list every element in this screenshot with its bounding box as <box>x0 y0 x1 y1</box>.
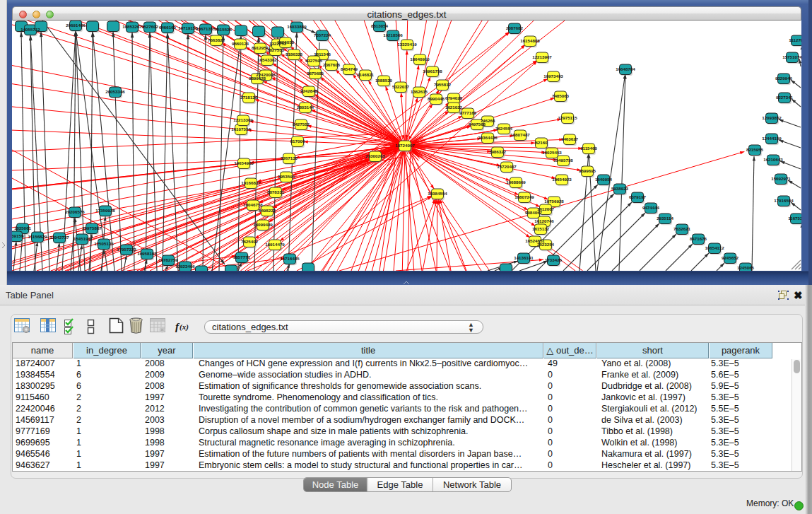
svg-text:18640910: 18640910 <box>410 57 430 62</box>
svg-text:15720407: 15720407 <box>497 164 517 169</box>
svg-text:17359928: 17359928 <box>95 208 115 213</box>
svg-text:3267130: 3267130 <box>281 156 298 160</box>
svg-text:1112704: 1112704 <box>789 37 801 42</box>
svg-text:11156829: 11156829 <box>28 234 47 239</box>
svg-text:15495758: 15495758 <box>553 158 573 163</box>
svg-text:16914479: 16914479 <box>265 242 285 247</box>
svg-text:5938923: 5938923 <box>611 186 629 191</box>
svg-text:9857771: 9857771 <box>233 255 251 259</box>
svg-text:7515526: 7515526 <box>215 27 233 32</box>
svg-text:8813054: 8813054 <box>371 23 389 28</box>
svg-text:20364436: 20364436 <box>478 135 498 140</box>
svg-text:8186328: 8186328 <box>286 52 303 57</box>
svg-text:9327505: 9327505 <box>305 58 323 63</box>
svg-text:22420046: 22420046 <box>256 72 276 77</box>
svg-text:1953594: 1953594 <box>278 174 295 179</box>
svg-text:1527602: 1527602 <box>141 24 159 29</box>
svg-text:16154808: 16154808 <box>520 38 540 43</box>
svg-text:9660124: 9660124 <box>232 41 249 46</box>
svg-text:7357224: 7357224 <box>314 33 331 37</box>
svg-text:17016504: 17016504 <box>774 198 794 203</box>
svg-text:13325419: 13325419 <box>397 42 417 47</box>
svg-text:8215955: 8215955 <box>746 147 764 152</box>
svg-text:20053346: 20053346 <box>105 89 125 94</box>
svg-text:9245652: 9245652 <box>722 255 739 260</box>
svg-text:16210643: 16210643 <box>763 157 783 162</box>
svg-text:17957223: 17957223 <box>117 247 136 252</box>
svg-text:19166827: 19166827 <box>241 180 261 185</box>
svg-text:7663822: 7663822 <box>208 37 225 42</box>
svg-text:20691406: 20691406 <box>66 23 86 28</box>
svg-text:3827533: 3827533 <box>267 47 285 52</box>
svg-text:12213369: 12213369 <box>233 117 253 122</box>
svg-text:7986322: 7986322 <box>489 149 507 154</box>
svg-text:16107554: 16107554 <box>231 127 251 132</box>
svg-text:16099489: 16099489 <box>253 222 273 227</box>
svg-text:12923466: 12923466 <box>175 264 195 269</box>
svg-text:10025453: 10025453 <box>542 150 562 155</box>
svg-text:1733426: 1733426 <box>545 257 563 262</box>
svg-text:2087682: 2087682 <box>506 25 524 30</box>
svg-text:817006: 817006 <box>290 139 305 144</box>
svg-text:18724007: 18724007 <box>395 143 415 148</box>
svg-text:12093852: 12093852 <box>762 115 782 120</box>
svg-text:1362615: 1362615 <box>411 89 428 94</box>
svg-text:14136141: 14136141 <box>514 255 534 260</box>
svg-text:1588520: 1588520 <box>375 78 393 83</box>
svg-text:15692971: 15692971 <box>771 176 791 181</box>
svg-text:9474444: 9474444 <box>642 205 660 210</box>
svg-text:7955812: 7955812 <box>434 82 452 87</box>
svg-text:10654112: 10654112 <box>705 245 724 250</box>
svg-text:8454749: 8454749 <box>341 66 358 71</box>
svg-text:10671355: 10671355 <box>196 26 216 31</box>
svg-text:12213967: 12213967 <box>532 54 552 59</box>
svg-text:15751074: 15751074 <box>782 54 801 59</box>
svg-text:1612007: 1612007 <box>537 206 555 211</box>
svg-text:10719155: 10719155 <box>178 25 198 30</box>
svg-text:7485063: 7485063 <box>552 93 570 98</box>
svg-text:1640954: 1640954 <box>595 177 613 182</box>
svg-text:12505135: 12505135 <box>94 241 114 246</box>
svg-text:6794028: 6794028 <box>445 95 463 100</box>
svg-text:19654983: 19654983 <box>234 160 254 165</box>
svg-text:15716485: 15716485 <box>280 256 300 261</box>
svg-text:1811546: 1811546 <box>314 52 331 57</box>
svg-text:6497568: 6497568 <box>469 122 486 127</box>
svg-text:(x): (x) <box>180 322 189 332</box>
svg-text:2718126: 2718126 <box>240 95 258 100</box>
svg-text:2803144: 2803144 <box>297 105 314 110</box>
svg-text:7632621: 7632621 <box>673 226 691 231</box>
svg-text:16648784: 16648784 <box>616 66 635 71</box>
svg-text:9227341: 9227341 <box>776 95 794 100</box>
svg-text:10756928: 10756928 <box>544 199 564 204</box>
svg-text:3675685: 3675685 <box>307 71 324 76</box>
svg-text:9115460: 9115460 <box>580 146 597 151</box>
svg-text:16120746: 16120746 <box>534 218 554 223</box>
svg-text:10853267: 10853267 <box>122 24 142 29</box>
svg-text:19218506: 19218506 <box>383 33 403 37</box>
svg-text:18807249: 18807249 <box>514 194 534 199</box>
svg-text:9329946: 9329946 <box>775 76 793 81</box>
svg-text:10046758: 10046758 <box>243 202 263 207</box>
svg-text:1167534: 1167534 <box>788 216 801 221</box>
svg-text:9777169: 9777169 <box>459 110 477 115</box>
svg-text:10958107: 10958107 <box>137 251 157 256</box>
svg-text:19384554: 19384554 <box>428 191 447 196</box>
svg-text:20206576: 20206576 <box>65 209 85 214</box>
svg-text:8498222: 8498222 <box>259 208 276 213</box>
svg-text:16543362: 16543362 <box>257 57 277 62</box>
svg-text:9463627: 9463627 <box>561 136 579 141</box>
svg-text:16961758: 16961758 <box>423 69 442 74</box>
svg-text:8427552: 8427552 <box>293 122 310 127</box>
svg-text:9699695: 9699695 <box>579 168 596 173</box>
svg-text:12975115: 12975115 <box>558 115 577 120</box>
svg-text:19654923: 19654923 <box>552 177 572 182</box>
svg-text:10688609: 10688609 <box>506 180 526 185</box>
svg-text:1615132: 1615132 <box>532 226 550 231</box>
svg-text:2523254: 2523254 <box>537 242 555 247</box>
svg-text:7625402: 7625402 <box>241 239 259 244</box>
svg-text:8912954: 8912954 <box>252 45 269 50</box>
svg-text:12444159: 12444159 <box>762 136 782 141</box>
svg-text:25300203: 25300203 <box>365 153 385 158</box>
svg-text:10807487: 10807487 <box>510 132 530 137</box>
